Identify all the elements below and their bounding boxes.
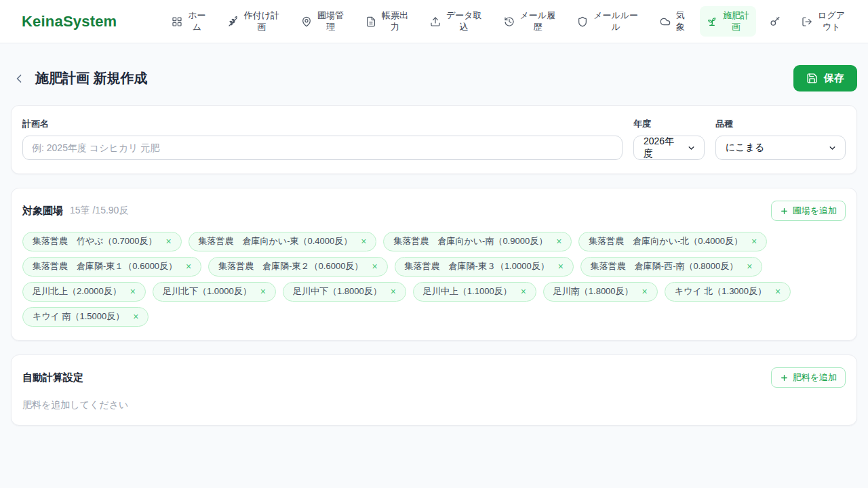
field-chip-label: キウイ 南（1.5000反） <box>33 310 124 323</box>
cloud-icon <box>660 16 671 27</box>
field-chip-label: 集落営農 倉庫向かい-北（0.4000反） <box>589 235 743 247</box>
year-field-group: 年度 2026年度 <box>633 118 705 160</box>
brand-logo: KeinaSystem <box>22 13 117 30</box>
plan-info-card: 計画名 年度 2026年度 品種 にこまる <box>11 105 857 174</box>
nav-item-label: メールルー ル <box>593 10 638 33</box>
field-chip: 足川北上（2.0000反） × <box>22 282 146 302</box>
remove-field-icon[interactable]: × <box>370 262 378 271</box>
nav-item-mail-rules[interactable]: メールルー ル <box>570 6 645 37</box>
nav-item-weather[interactable]: 気 象 <box>653 6 692 37</box>
nav-item-label: データ取 込 <box>446 10 482 33</box>
variety-select[interactable]: にこまる <box>715 136 846 160</box>
remove-field-icon[interactable]: × <box>184 262 193 271</box>
add-field-button-label: 圃場を追加 <box>793 205 837 217</box>
field-chip-label: 足川中上（1.1000反） <box>423 285 512 298</box>
field-chip-label: 集落営農 竹やぶ（0.7000反） <box>33 235 157 247</box>
nav-item-label: 帳票出 力 <box>382 10 408 33</box>
field-chip-label: 足川中下（1.8000反） <box>293 285 382 298</box>
remove-field-icon[interactable]: × <box>389 287 397 296</box>
plan-name-input[interactable] <box>22 136 623 160</box>
nav-item-label: メール履 歴 <box>520 10 556 33</box>
field-chip: 集落営農 倉庫隣-西-南（0.8000反） × <box>580 257 763 277</box>
target-fields-card: 対象圃場 15筆 /15.90反 圃場を追加 集落営農 竹やぶ（0.7000反）… <box>11 188 857 341</box>
seedling-icon <box>707 16 717 27</box>
back-button[interactable] <box>11 70 27 87</box>
remove-field-icon[interactable]: × <box>750 237 758 246</box>
nav-item-home[interactable]: ホー ム <box>165 6 212 37</box>
nav-items: ホー ム 作付け計 画 圃場管 理 帳票出 力 データ取 込 <box>165 6 852 37</box>
remove-field-icon[interactable]: × <box>132 312 140 321</box>
nav-item-label: 施肥計 画 <box>723 10 749 33</box>
nav-item-mail-history[interactable]: メール履 歴 <box>497 6 563 37</box>
chevron-down-icon <box>687 144 696 152</box>
plus-icon <box>780 207 789 216</box>
remove-field-icon[interactable]: × <box>359 237 368 246</box>
nav-item-label: ログア ウト <box>818 10 845 33</box>
remove-field-icon[interactable]: × <box>519 287 528 296</box>
map-pin-icon <box>301 16 312 27</box>
year-label: 年度 <box>633 118 705 130</box>
key-button[interactable] <box>764 10 787 33</box>
field-chip: 足川中上（1.1000反） × <box>413 282 536 302</box>
field-chip: 集落営農 倉庫隣-東３（1.0000反） × <box>395 257 574 277</box>
remove-field-icon[interactable]: × <box>555 237 563 246</box>
variety-label: 品種 <box>715 118 846 130</box>
field-chip: 集落営農 倉庫向かい-南（0.9000反） × <box>383 232 572 251</box>
auto-calculation-title: 自動計算設定 <box>22 371 83 384</box>
field-chip: 集落営農 倉庫向かい-東（0.4000反） × <box>189 232 377 251</box>
remove-field-icon[interactable]: × <box>259 287 267 296</box>
field-chip-label: 足川北下（1.0000反） <box>163 285 252 298</box>
field-chip: 集落営農 倉庫向かい-北（0.4000反） × <box>578 232 767 251</box>
remove-field-icon[interactable]: × <box>557 262 565 271</box>
field-chip: 集落営農 倉庫隣-東１（0.6000反） × <box>22 257 201 277</box>
field-chip-list: 集落営農 竹やぶ（0.7000反） × 集落営農 倉庫向かい-東（0.4000反… <box>22 232 846 327</box>
top-navigation: KeinaSystem ホー ム 作付け計 画 圃場管 理 帳票出 力 <box>0 0 868 43</box>
variety-field-group: 品種 にこまる <box>715 118 846 160</box>
nav-item-fertilization-plan[interactable]: 施肥計 画 <box>700 6 756 37</box>
field-chip: 集落営農 竹やぶ（0.7000反） × <box>22 232 182 251</box>
remove-field-icon[interactable]: × <box>774 287 782 296</box>
add-field-button[interactable]: 圃場を追加 <box>771 201 846 221</box>
nav-item-label: 圃場管 理 <box>317 10 344 33</box>
nav-item-report-output[interactable]: 帳票出 力 <box>359 6 415 37</box>
field-chip: 足川南（1.8000反） × <box>543 282 658 302</box>
field-chip-label: 集落営農 倉庫隣-西-南（0.8000反） <box>591 260 738 272</box>
nav-item-label: 作付け計 画 <box>244 10 279 33</box>
field-chip-label: 足川北上（2.0000反） <box>33 285 121 298</box>
nav-item-planting-plan[interactable]: 作付け計 画 <box>221 6 286 37</box>
page-header: 施肥計画 新規作成 保存 <box>11 65 857 92</box>
page-title: 施肥計画 新規作成 <box>35 69 148 87</box>
nav-item-logout[interactable]: ログア ウト <box>795 6 852 37</box>
remove-field-icon[interactable]: × <box>745 262 753 271</box>
plus-icon <box>780 373 789 382</box>
logout-icon <box>802 16 812 27</box>
save-button[interactable]: 保存 <box>793 65 857 92</box>
save-button-label: 保存 <box>824 72 844 85</box>
save-icon <box>806 73 818 84</box>
field-chip: キウイ 北（1.3000反） × <box>665 282 791 302</box>
field-chip-label: 集落営農 倉庫隣-東１（0.6000反） <box>33 260 177 272</box>
chevron-left-icon <box>12 72 26 85</box>
grid-icon <box>172 16 182 27</box>
add-fertilizer-button[interactable]: 肥料を追加 <box>771 367 846 388</box>
nav-item-field-management[interactable]: 圃場管 理 <box>294 6 351 37</box>
field-chip: 集落営農 倉庫隣-東２（0.6000反） × <box>208 257 387 277</box>
add-fertilizer-button-label: 肥料を追加 <box>793 371 837 384</box>
wheat-icon <box>228 16 239 27</box>
key-icon <box>770 16 781 27</box>
target-fields-title: 対象圃場 <box>22 205 63 218</box>
nav-item-label: ホー ム <box>188 10 205 33</box>
main-content: 施肥計画 新規作成 保存 計画名 年度 2026年度 <box>0 65 868 426</box>
target-fields-summary: 15筆 /15.90反 <box>70 205 128 217</box>
field-chip-label: 足川南（1.8000反） <box>553 285 633 298</box>
nav-item-data-import[interactable]: データ取 込 <box>423 6 489 37</box>
year-select[interactable]: 2026年度 <box>633 136 705 160</box>
remove-field-icon[interactable]: × <box>164 237 172 246</box>
remove-field-icon[interactable]: × <box>641 287 649 296</box>
field-chip-label: キウイ 北（1.3000反） <box>675 285 766 298</box>
nav-item-label: 気 象 <box>676 10 685 33</box>
plan-name-label: 計画名 <box>22 118 623 130</box>
remove-field-icon[interactable]: × <box>129 287 137 296</box>
upload-icon <box>430 16 441 27</box>
variety-select-value: にこまる <box>726 142 764 154</box>
